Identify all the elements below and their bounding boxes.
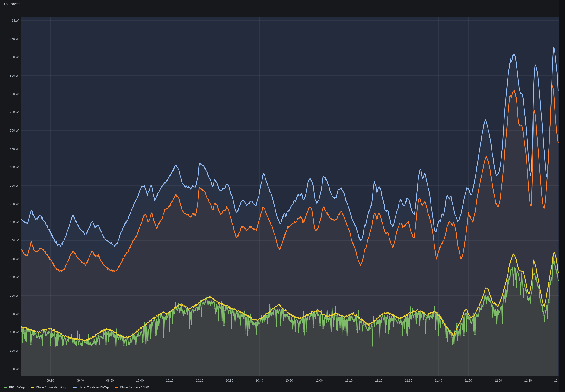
- legend-label[interactable]: PIP 5.5kWp: [9, 386, 25, 389]
- y-tick-label: 550 W: [2, 184, 18, 187]
- y-tick-label: 450 W: [2, 220, 18, 224]
- grafana-panel: 09:3009:4009:5010:0010:1010:2010:3010:40…: [0, 0, 565, 392]
- legend-item-isolar3[interactable]: ISolar 3 - slave 16kWp: [115, 386, 150, 389]
- series-color-swatch: [73, 387, 76, 388]
- series-color-swatch: [4, 387, 7, 388]
- y-tick-label: 650 W: [2, 147, 18, 151]
- y-tick-label: 500 W: [2, 202, 18, 206]
- y-tick-label: 100 W: [2, 349, 18, 352]
- legend-item-isolar1[interactable]: ISolar 1 - master 7kWp: [31, 386, 67, 389]
- y-tick-label: 750 W: [2, 111, 18, 114]
- series-color-swatch: [115, 387, 118, 388]
- legend-label[interactable]: ISolar 2 - slave 13kWp: [78, 386, 109, 389]
- series-color-swatch: [31, 387, 34, 388]
- legend-label[interactable]: ISolar 1 - master 7kWp: [36, 386, 67, 389]
- y-tick-label: 200 W: [2, 312, 18, 316]
- panel-title: FV Power: [4, 2, 20, 6]
- y-tick-label: 350 W: [2, 257, 18, 261]
- timeseries-plot[interactable]: [0, 0, 565, 392]
- y-tick-label: 300 W: [2, 275, 18, 279]
- y-tick-label: 900 W: [2, 55, 18, 59]
- legend-label[interactable]: ISolar 3 - slave 16kWp: [120, 386, 150, 389]
- y-tick-label: 250 W: [2, 294, 18, 297]
- legend: PIP 5.5kWp ISolar 1 - master 7kWp ISolar…: [4, 386, 150, 389]
- y-tick-label: 400 W: [2, 239, 18, 242]
- y-tick-label: 50 W: [2, 367, 18, 370]
- y-tick-label: 800 W: [2, 92, 18, 95]
- legend-item-pip[interactable]: PIP 5.5kWp: [4, 386, 25, 389]
- y-tick-label: 1 kW: [2, 19, 18, 22]
- y-tick-label: 700 W: [2, 129, 18, 132]
- y-tick-label: 950 W: [2, 37, 18, 41]
- y-tick-label: 850 W: [2, 74, 18, 77]
- y-tick-label: 600 W: [2, 165, 18, 169]
- y-tick-label: 150 W: [2, 330, 18, 334]
- legend-item-isolar2[interactable]: ISolar 2 - slave 13kWp: [73, 386, 109, 389]
